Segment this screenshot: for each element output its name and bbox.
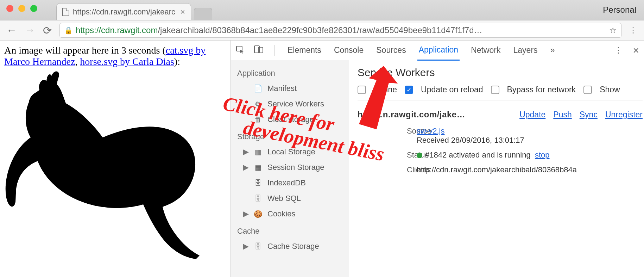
- clients-text: http://cdn.rawgit.com/jakearchibald/8036…: [417, 165, 643, 174]
- link-horse-svg[interactable]: horse.svg by Carla Dias: [80, 56, 174, 67]
- url-path: /jakearchibald/80368b84ac1ae8e229fc90b3f…: [158, 25, 482, 35]
- status-dot-icon: [417, 153, 422, 158]
- devtools-panel: Elements Console Sources Application Net…: [231, 41, 644, 277]
- tab-layers[interactable]: Layers: [512, 41, 539, 60]
- sw-origin: http…n.rawgit.com/jake…: [358, 110, 465, 119]
- label-offline: Offline: [374, 85, 397, 94]
- tab-sources[interactable]: Sources: [375, 41, 407, 60]
- horse-image: [4, 69, 226, 261]
- link-unregister[interactable]: Unregister: [605, 110, 643, 119]
- link-source-file[interactable]: sw-v2.js: [417, 127, 444, 135]
- svg-rect-2: [258, 47, 263, 53]
- new-tab-button[interactable]: [194, 8, 212, 20]
- gear-icon: ⚙: [253, 100, 263, 108]
- sidebar-item-cookies[interactable]: ▶🍪Cookies: [231, 206, 349, 222]
- sidebar-item-local-storage[interactable]: ▶▦Local Storage: [231, 144, 349, 160]
- status-text: #1842 activated and is running: [425, 150, 531, 159]
- reload-button[interactable]: ⟳: [43, 24, 52, 37]
- sidebar-section-application: Application: [231, 64, 349, 81]
- tab-more[interactable]: »: [549, 41, 556, 60]
- sidebar-item-indexeddb[interactable]: ▸🗄IndexedDB: [231, 175, 349, 191]
- url-scheme: https: [76, 25, 94, 35]
- label-source: Source: [358, 127, 407, 145]
- application-sidebar: Application ▸📄Manifest ▸⚙Service Workers…: [231, 60, 349, 277]
- maximize-window-button[interactable]: [30, 5, 37, 12]
- grid-icon: ▦: [253, 163, 263, 172]
- checkbox-offline[interactable]: [358, 86, 366, 94]
- tab-close-button[interactable]: ×: [180, 7, 185, 17]
- url-host: ://cdn.rawgit.com: [94, 25, 158, 35]
- sidebar-item-manifest[interactable]: ▸📄Manifest: [231, 81, 349, 96]
- received-text: Received 28/09/2016, 13:01:17: [417, 136, 524, 144]
- sidebar-section-storage: Storage: [231, 127, 349, 144]
- checkbox-update-on-reload[interactable]: ✓: [405, 86, 413, 94]
- label-status: Status: [358, 150, 407, 160]
- browser-tabbar: https://cdn.rawgit.com/jakearc × Persona…: [0, 0, 644, 20]
- page-text: An image will appear here in 3 seconds (: [4, 45, 166, 56]
- link-stop[interactable]: stop: [535, 150, 550, 159]
- tab-elements[interactable]: Elements: [286, 41, 323, 60]
- sidebar-section-cache: Cache: [231, 222, 349, 239]
- profile-label[interactable]: Personal: [603, 5, 636, 15]
- link-update[interactable]: Update: [519, 110, 545, 119]
- tab-title: https://cdn.rawgit.com/jakearc: [73, 7, 175, 17]
- window-controls: [6, 5, 37, 12]
- lock-icon: 🔒: [64, 26, 73, 35]
- link-push[interactable]: Push: [553, 110, 572, 119]
- database-icon: 🗄: [253, 242, 263, 251]
- sidebar-item-cache-storage[interactable]: ▶🗄Cache Storage: [231, 239, 349, 254]
- inspect-element-icon[interactable]: [236, 45, 244, 56]
- tab-network[interactable]: Network: [469, 41, 502, 60]
- label-bypass-for-network: Bypass for network: [507, 85, 576, 94]
- tab-application[interactable]: Application: [417, 41, 460, 61]
- label-clients: Clients: [358, 165, 407, 174]
- devtools-menu-button[interactable]: ⋮: [614, 46, 623, 55]
- address-bar[interactable]: 🔒 https://cdn.rawgit.com/jakearchibald/8…: [59, 23, 621, 38]
- close-window-button[interactable]: [6, 5, 13, 12]
- bookmark-star-icon[interactable]: ☆: [609, 25, 617, 35]
- checkbox-bypass-for-network[interactable]: [491, 86, 499, 94]
- tab-console[interactable]: Console: [333, 41, 365, 60]
- database-icon: 🗄: [253, 179, 263, 187]
- sidebar-item-web-sql[interactable]: ▸🗄Web SQL: [231, 191, 349, 206]
- link-sync[interactable]: Sync: [580, 110, 598, 119]
- cookie-icon: 🍪: [253, 210, 263, 218]
- minimize-window-button[interactable]: [18, 5, 25, 12]
- database-icon: 🗄: [253, 195, 263, 203]
- file-icon: 📄: [253, 84, 263, 93]
- grid-icon: ▦: [253, 148, 263, 156]
- checkbox-show-all[interactable]: [583, 86, 592, 94]
- sidebar-item-session-storage[interactable]: ▶▦Session Storage: [231, 160, 349, 175]
- page-favicon-icon: [62, 8, 69, 16]
- browser-tab[interactable]: https://cdn.rawgit.com/jakearc ×: [56, 3, 191, 20]
- toolbar: ← → ⟳ 🔒 https://cdn.rawgit.com/jakearchi…: [0, 20, 644, 41]
- panel-heading: Service Workers: [358, 67, 643, 79]
- sidebar-item-clear-storage[interactable]: ▸🗑Clear storage: [231, 112, 349, 127]
- forward-button[interactable]: →: [25, 24, 35, 36]
- back-button[interactable]: ←: [6, 24, 17, 36]
- browser-menu-button[interactable]: ⋮: [629, 26, 638, 35]
- label-update-on-reload: Update on reload: [421, 85, 483, 94]
- sidebar-item-service-workers[interactable]: ▸⚙Service Workers: [231, 96, 349, 112]
- page-content: An image will appear here in 3 seconds (…: [0, 41, 231, 277]
- devtools-close-button[interactable]: ×: [633, 44, 639, 56]
- service-workers-panel: Service Workers Offline ✓ Update on relo…: [349, 60, 644, 277]
- devtools-tabs: Elements Console Sources Application Net…: [231, 41, 644, 60]
- trash-icon: 🗑: [253, 116, 263, 124]
- label-show-all: Show: [600, 85, 620, 94]
- device-toolbar-icon[interactable]: [254, 45, 263, 56]
